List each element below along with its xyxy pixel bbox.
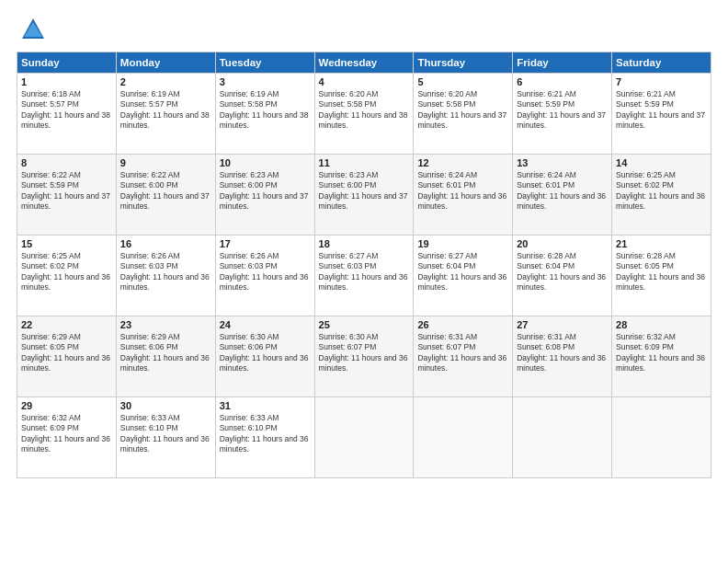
logo xyxy=(17,17,46,42)
calendar-cell xyxy=(314,397,414,478)
calendar-cell: 8Sunrise: 6:22 AMSunset: 5:59 PMDaylight… xyxy=(17,155,117,236)
day-info: Sunrise: 6:29 AMSunset: 6:05 PMDaylight:… xyxy=(21,332,112,374)
day-of-week-header: Saturday xyxy=(612,52,711,74)
logo-icon xyxy=(20,17,46,42)
day-number: 5 xyxy=(417,76,508,87)
calendar-cell: 15Sunrise: 6:25 AMSunset: 6:02 PMDayligh… xyxy=(17,236,117,316)
day-info: Sunrise: 6:33 AMSunset: 6:10 PMDaylight:… xyxy=(120,413,211,455)
day-number: 16 xyxy=(120,238,211,249)
day-of-week-header: Sunday xyxy=(17,52,117,74)
calendar-week-row: 15Sunrise: 6:25 AMSunset: 6:02 PMDayligh… xyxy=(17,236,711,316)
day-number: 12 xyxy=(417,157,508,168)
calendar-cell: 20Sunrise: 6:28 AMSunset: 6:04 PMDayligh… xyxy=(513,236,612,316)
day-number: 31 xyxy=(220,400,311,411)
calendar-cell: 10Sunrise: 6:23 AMSunset: 6:00 PMDayligh… xyxy=(215,155,314,236)
day-number: 23 xyxy=(120,319,211,330)
header xyxy=(17,17,711,42)
day-of-week-header: Monday xyxy=(116,52,215,74)
calendar-cell: 23Sunrise: 6:29 AMSunset: 6:06 PMDayligh… xyxy=(116,316,215,397)
day-info: Sunrise: 6:21 AMSunset: 5:59 PMDaylight:… xyxy=(616,89,707,132)
calendar-cell: 5Sunrise: 6:20 AMSunset: 5:58 PMDaylight… xyxy=(414,74,513,155)
calendar-cell: 3Sunrise: 6:19 AMSunset: 5:58 PMDaylight… xyxy=(215,74,314,155)
day-info: Sunrise: 6:29 AMSunset: 6:06 PMDaylight:… xyxy=(120,332,211,374)
day-number: 10 xyxy=(220,157,311,168)
day-info: Sunrise: 6:32 AMSunset: 6:09 PMDaylight:… xyxy=(616,332,707,374)
calendar-cell: 12Sunrise: 6:24 AMSunset: 6:01 PMDayligh… xyxy=(414,155,513,236)
calendar-cell: 16Sunrise: 6:26 AMSunset: 6:03 PMDayligh… xyxy=(116,236,215,316)
day-number: 30 xyxy=(120,400,211,411)
day-info: Sunrise: 6:22 AMSunset: 5:59 PMDaylight:… xyxy=(21,170,112,213)
day-info: Sunrise: 6:21 AMSunset: 5:59 PMDaylight:… xyxy=(517,89,608,132)
day-of-week-header: Thursday xyxy=(414,52,513,74)
day-number: 9 xyxy=(120,157,211,168)
calendar-cell: 26Sunrise: 6:31 AMSunset: 6:07 PMDayligh… xyxy=(414,316,513,397)
day-info: Sunrise: 6:24 AMSunset: 6:01 PMDaylight:… xyxy=(517,170,608,213)
calendar-cell: 2Sunrise: 6:19 AMSunset: 5:57 PMDaylight… xyxy=(116,74,215,155)
calendar-cell xyxy=(513,397,612,478)
day-number: 2 xyxy=(120,76,211,87)
calendar-cell: 6Sunrise: 6:21 AMSunset: 5:59 PMDaylight… xyxy=(513,74,612,155)
day-number: 19 xyxy=(417,238,508,249)
calendar-cell: 25Sunrise: 6:30 AMSunset: 6:07 PMDayligh… xyxy=(314,316,414,397)
day-info: Sunrise: 6:18 AMSunset: 5:57 PMDaylight:… xyxy=(21,89,112,132)
calendar-cell xyxy=(612,397,711,478)
calendar-cell: 7Sunrise: 6:21 AMSunset: 5:59 PMDaylight… xyxy=(612,74,711,155)
day-info: Sunrise: 6:22 AMSunset: 6:00 PMDaylight:… xyxy=(120,170,211,213)
calendar-cell: 17Sunrise: 6:26 AMSunset: 6:03 PMDayligh… xyxy=(215,236,314,316)
day-number: 29 xyxy=(21,400,112,411)
day-info: Sunrise: 6:24 AMSunset: 6:01 PMDaylight:… xyxy=(417,170,508,213)
calendar-cell: 18Sunrise: 6:27 AMSunset: 6:03 PMDayligh… xyxy=(314,236,414,316)
calendar-cell: 31Sunrise: 6:33 AMSunset: 6:10 PMDayligh… xyxy=(215,397,314,478)
day-number: 7 xyxy=(616,76,707,87)
svg-marker-1 xyxy=(24,22,42,37)
calendar-cell: 22Sunrise: 6:29 AMSunset: 6:05 PMDayligh… xyxy=(17,316,117,397)
day-info: Sunrise: 6:27 AMSunset: 6:04 PMDaylight:… xyxy=(417,251,508,293)
day-of-week-header: Friday xyxy=(513,52,612,74)
calendar-header-row: SundayMondayTuesdayWednesdayThursdayFrid… xyxy=(17,52,711,74)
day-number: 25 xyxy=(319,319,410,330)
day-info: Sunrise: 6:31 AMSunset: 6:07 PMDaylight:… xyxy=(417,332,508,374)
page: SundayMondayTuesdayWednesdayThursdayFrid… xyxy=(0,0,728,563)
day-number: 11 xyxy=(319,157,410,168)
day-info: Sunrise: 6:23 AMSunset: 6:00 PMDaylight:… xyxy=(220,170,311,213)
day-info: Sunrise: 6:25 AMSunset: 6:02 PMDaylight:… xyxy=(21,251,112,293)
calendar-cell: 21Sunrise: 6:28 AMSunset: 6:05 PMDayligh… xyxy=(612,236,711,316)
day-info: Sunrise: 6:30 AMSunset: 6:06 PMDaylight:… xyxy=(220,332,311,374)
day-number: 21 xyxy=(616,238,707,249)
day-info: Sunrise: 6:33 AMSunset: 6:10 PMDaylight:… xyxy=(220,413,311,455)
calendar-cell: 24Sunrise: 6:30 AMSunset: 6:06 PMDayligh… xyxy=(215,316,314,397)
day-of-week-header: Wednesday xyxy=(314,52,414,74)
day-number: 26 xyxy=(417,319,508,330)
day-number: 18 xyxy=(319,238,410,249)
calendar-week-row: 1Sunrise: 6:18 AMSunset: 5:57 PMDaylight… xyxy=(17,74,711,155)
day-info: Sunrise: 6:32 AMSunset: 6:09 PMDaylight:… xyxy=(21,413,112,455)
day-number: 1 xyxy=(21,76,112,87)
calendar-week-row: 8Sunrise: 6:22 AMSunset: 5:59 PMDaylight… xyxy=(17,155,711,236)
day-number: 27 xyxy=(517,319,608,330)
day-info: Sunrise: 6:20 AMSunset: 5:58 PMDaylight:… xyxy=(319,89,410,132)
day-info: Sunrise: 6:26 AMSunset: 6:03 PMDaylight:… xyxy=(120,251,211,293)
day-info: Sunrise: 6:25 AMSunset: 6:02 PMDaylight:… xyxy=(616,170,707,213)
calendar-cell: 4Sunrise: 6:20 AMSunset: 5:58 PMDaylight… xyxy=(314,74,414,155)
calendar-cell: 28Sunrise: 6:32 AMSunset: 6:09 PMDayligh… xyxy=(612,316,711,397)
day-info: Sunrise: 6:28 AMSunset: 6:05 PMDaylight:… xyxy=(616,251,707,293)
day-info: Sunrise: 6:19 AMSunset: 5:58 PMDaylight:… xyxy=(220,89,311,132)
day-info: Sunrise: 6:28 AMSunset: 6:04 PMDaylight:… xyxy=(517,251,608,293)
day-number: 4 xyxy=(319,76,410,87)
day-info: Sunrise: 6:31 AMSunset: 6:08 PMDaylight:… xyxy=(517,332,608,374)
day-number: 20 xyxy=(517,238,608,249)
calendar-cell: 19Sunrise: 6:27 AMSunset: 6:04 PMDayligh… xyxy=(414,236,513,316)
day-number: 8 xyxy=(21,157,112,168)
day-number: 6 xyxy=(517,76,608,87)
calendar-cell xyxy=(414,397,513,478)
calendar-cell: 29Sunrise: 6:32 AMSunset: 6:09 PMDayligh… xyxy=(17,397,117,478)
calendar-cell: 11Sunrise: 6:23 AMSunset: 6:00 PMDayligh… xyxy=(314,155,414,236)
calendar-cell: 9Sunrise: 6:22 AMSunset: 6:00 PMDaylight… xyxy=(116,155,215,236)
calendar-table: SundayMondayTuesdayWednesdayThursdayFrid… xyxy=(17,52,711,478)
day-number: 28 xyxy=(616,319,707,330)
day-number: 13 xyxy=(517,157,608,168)
calendar-cell: 14Sunrise: 6:25 AMSunset: 6:02 PMDayligh… xyxy=(612,155,711,236)
calendar-cell: 27Sunrise: 6:31 AMSunset: 6:08 PMDayligh… xyxy=(513,316,612,397)
day-info: Sunrise: 6:23 AMSunset: 6:00 PMDaylight:… xyxy=(319,170,410,213)
day-number: 14 xyxy=(616,157,707,168)
